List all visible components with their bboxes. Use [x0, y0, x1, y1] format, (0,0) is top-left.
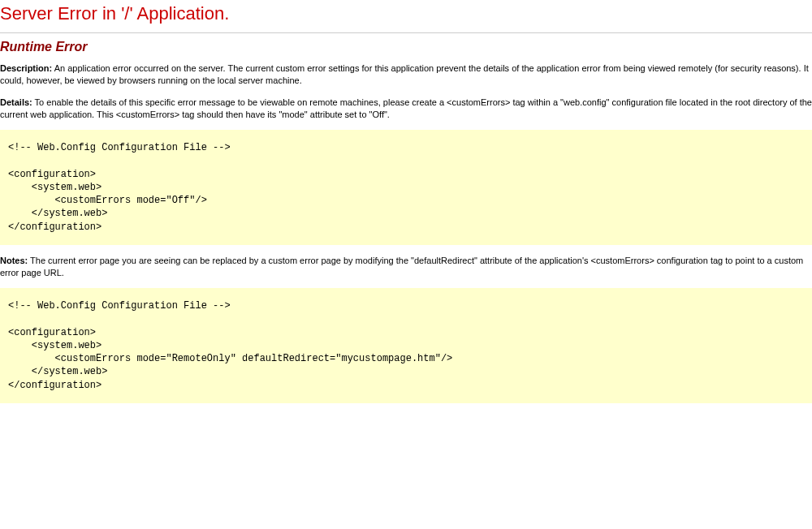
description-text: An application error occurred on the ser…	[0, 63, 809, 85]
details-block: Details: To enable the details of this s…	[0, 97, 812, 121]
error-subtitle: Runtime Error	[0, 40, 812, 54]
config-code-off: <!-- Web.Config Configuration File --> <…	[0, 130, 812, 244]
details-label: Details:	[0, 97, 32, 107]
details-text: To enable the details of this specific e…	[0, 97, 812, 119]
description-label: Description:	[0, 63, 52, 73]
description-block: Description: An application error occurr…	[0, 62, 812, 87]
title-divider	[0, 32, 812, 33]
notes-text: The current error page you are seeing ca…	[0, 256, 803, 277]
page-title: Server Error in '/' Application.	[0, 3, 812, 24]
config-code-remoteonly: <!-- Web.Config Configuration File --> <…	[0, 288, 812, 402]
notes-block: Notes: The current error page you are se…	[0, 255, 812, 279]
notes-label: Notes:	[0, 256, 28, 265]
